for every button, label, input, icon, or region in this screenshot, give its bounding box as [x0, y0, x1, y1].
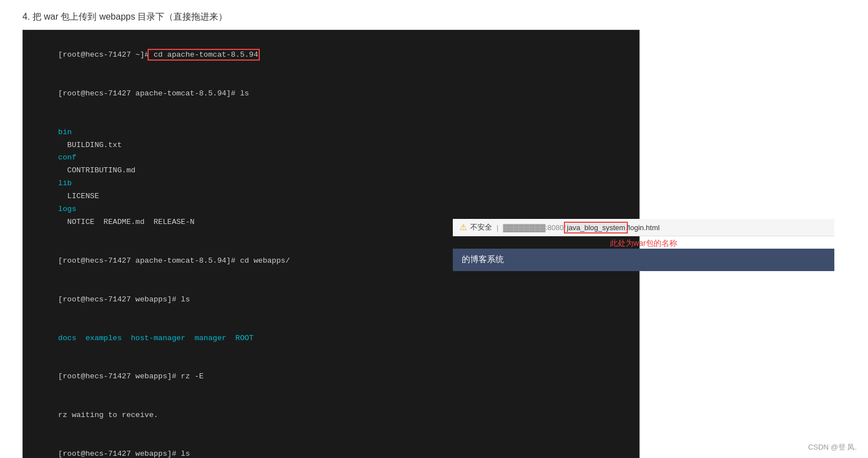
terminal-line-6: docs examples host-manager manager ROOT	[31, 319, 631, 358]
not-secure-label: 不安全	[470, 222, 492, 232]
url-app-name: java_blog_system	[566, 223, 626, 232]
browser-address-bar: ⚠ 不安全 | ▓▓▓▓▓▓▓▓:8080/java_blog_system/l…	[453, 219, 834, 236]
war-name-annotation: 此处为war包的名称	[453, 239, 834, 249]
terminal-line-8: rz waiting to receive.	[31, 396, 631, 435]
browser-page-content: 的博客系统	[453, 249, 834, 271]
terminal-line-2: [root@hecs-71427 apache-tomcat-8.5.94]# …	[31, 75, 631, 113]
warning-icon: ⚠	[460, 222, 467, 232]
url-path: /login.html	[626, 223, 659, 232]
terminal-line-5: [root@hecs-71427 webapps]# ls	[31, 281, 631, 319]
step-header: 4. 把 war 包上传到 webapps 目录下（直接拖进来）	[22, 11, 846, 23]
separator: |	[497, 223, 498, 232]
url-base: ▓▓▓▓▓▓▓▓:8080/	[503, 223, 566, 232]
terminal-line-9: [root@hecs-71427 webapps]# ls	[31, 435, 631, 458]
browser-screenshot-area: ⚠ 不安全 | ▓▓▓▓▓▓▓▓:8080/java_blog_system/l…	[453, 219, 834, 271]
page-title-partial: 的博客系统	[462, 254, 504, 264]
csdn-watermark: CSDN @登 凤.	[808, 442, 857, 452]
terminal-line-7: [root@hecs-71427 webapps]# rz -E	[31, 358, 631, 396]
terminal-line-1: [root@hecs-71427 ~]# cd apache-tomcat-8.…	[31, 36, 631, 75]
